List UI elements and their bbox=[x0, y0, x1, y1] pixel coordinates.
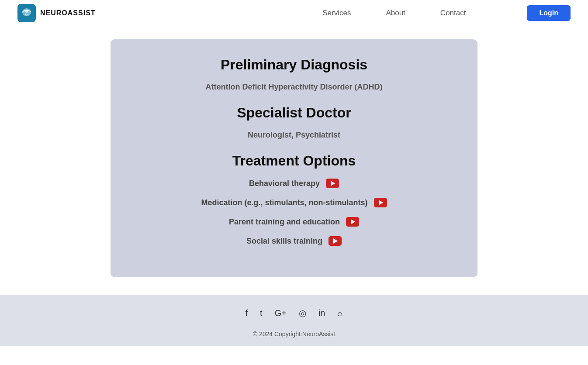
brand: NEUROASSIST bbox=[17, 4, 322, 22]
linkedin-icon[interactable]: in bbox=[318, 308, 325, 318]
googleplus-icon[interactable]: G+ bbox=[275, 308, 287, 318]
treatment-item-2: Parent training and education bbox=[137, 217, 451, 227]
twitter-icon[interactable]: t bbox=[260, 308, 263, 318]
instagram-icon[interactable]: ◎ bbox=[299, 308, 306, 318]
treatment-item-0: Behavioral therapy bbox=[137, 179, 451, 188]
preliminary-value: Attention Deficit Hyperactivity Disorder… bbox=[137, 83, 451, 92]
logo bbox=[17, 4, 36, 22]
footer-copyright: © 2024 Copyright:NeuroAssist bbox=[0, 331, 588, 337]
login-button[interactable]: Login bbox=[527, 5, 571, 21]
github-icon[interactable]: ⌕ bbox=[337, 308, 342, 318]
treatment-label-2: Parent training and education bbox=[229, 217, 340, 227]
footer-social-icons: f t G+ ◎ in ⌕ bbox=[0, 308, 588, 318]
treatment-title: Treatment Options bbox=[137, 153, 451, 169]
treatment-label-1: Medication (e.g., stimulants, non-stimul… bbox=[201, 198, 367, 207]
youtube-icon-2[interactable] bbox=[346, 217, 359, 227]
preliminary-title: Preliminary Diagnosis bbox=[137, 57, 451, 73]
navbar: NEUROASSIST Services About Contact Login bbox=[0, 0, 588, 26]
facebook-icon[interactable]: f bbox=[246, 308, 248, 318]
nav-services[interactable]: Services bbox=[322, 9, 351, 17]
treatment-label-0: Behavioral therapy bbox=[249, 179, 320, 188]
svg-point-2 bbox=[25, 10, 28, 13]
youtube-icon-3[interactable] bbox=[329, 236, 342, 246]
specialist-title: Specialist Doctor bbox=[137, 105, 451, 121]
nav-about[interactable]: About bbox=[386, 9, 405, 17]
specialist-value: Neurologist, Psychiatrist bbox=[137, 131, 451, 140]
nav-contact[interactable]: Contact bbox=[440, 9, 466, 17]
nav-links: Services About Contact Login bbox=[322, 5, 571, 21]
treatment-label-3: Social skills training bbox=[246, 237, 322, 246]
diagnosis-card: Preliminary Diagnosis Attention Deficit … bbox=[111, 39, 477, 277]
brand-name: NEUROASSIST bbox=[40, 9, 96, 17]
youtube-icon-1[interactable] bbox=[374, 198, 387, 207]
treatment-item-3: Social skills training bbox=[137, 236, 451, 246]
footer: f t G+ ◎ in ⌕ © 2024 Copyright:NeuroAssi… bbox=[0, 295, 588, 346]
treatment-item-1: Medication (e.g., stimulants, non-stimul… bbox=[137, 198, 451, 207]
youtube-icon-0[interactable] bbox=[326, 179, 339, 188]
main-content: Preliminary Diagnosis Attention Deficit … bbox=[0, 26, 588, 295]
